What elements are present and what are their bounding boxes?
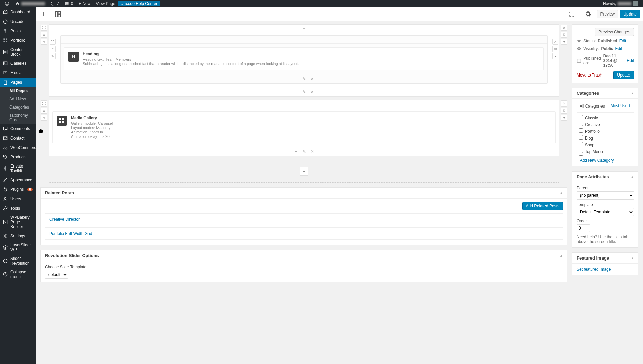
sidebar-item-portfolio[interactable]: Portfolio <box>0 36 36 45</box>
toggle-icon[interactable]: ▲ <box>560 254 563 257</box>
sidebar-item-products[interactable]: Products <box>0 152 36 162</box>
category-item[interactable]: Creative <box>579 121 632 128</box>
templates-button[interactable] <box>51 7 65 21</box>
add-element-button[interactable] <box>36 7 51 21</box>
close-icon[interactable]: ✕ <box>309 149 315 154</box>
edit-icon[interactable]: ✎ <box>301 76 307 81</box>
vc-row[interactable]: ⛶ ≡ ✎ ✕ ⧉ ▾ + ⛶ ≡ ✎ ✕ <box>49 24 559 97</box>
drag-icon[interactable]: ≡ <box>50 46 56 52</box>
settings-icon[interactable] <box>581 7 595 21</box>
sidebar-item-appearance[interactable]: Appearance <box>0 175 36 185</box>
toggle-icon[interactable]: ▲ <box>631 175 634 179</box>
add-category-link[interactable]: + Add New Category <box>577 158 614 163</box>
clone-icon[interactable]: ⧉ <box>561 32 567 38</box>
template-select[interactable]: Default Template <box>577 208 634 216</box>
category-item[interactable]: Classic <box>579 114 632 121</box>
toggle-icon[interactable]: ▲ <box>631 91 634 95</box>
help-center[interactable]: Uncode Help Center <box>118 1 160 6</box>
tab-most-used[interactable]: Most Used <box>608 102 633 110</box>
slide-template-select[interactable]: default <box>45 271 68 279</box>
edit-icon[interactable]: ✎ <box>50 53 56 59</box>
sidebar-item-plugins[interactable]: Plugins6 <box>0 185 36 194</box>
new-content[interactable]: +New <box>76 1 93 6</box>
sidebar-item-envato-toolkit[interactable]: Envato Toolkit <box>0 162 36 175</box>
close-icon[interactable]: ✕ <box>309 89 315 94</box>
revisions[interactable]: 7 <box>48 1 62 6</box>
clone-icon[interactable]: ⧉ <box>552 46 558 52</box>
category-item[interactable]: Overlay <box>579 155 632 156</box>
add-row-button[interactable]: + <box>300 167 308 176</box>
edit-icon[interactable]: ✎ <box>301 149 307 154</box>
tab-all-categories[interactable]: All Categories <box>577 102 608 110</box>
toggle-icon[interactable]: ▲ <box>560 191 563 195</box>
clone-icon[interactable]: ⧉ <box>561 108 567 114</box>
vc-row[interactable]: ⛶ ≡ ✎ ✕ ⧉ ▾ + Media Gallery Gallery modu… <box>49 100 559 156</box>
close-icon[interactable]: ✕ <box>309 76 315 81</box>
site-home[interactable] <box>12 1 48 6</box>
edit-visibility-link[interactable]: Edit <box>615 46 622 51</box>
vc-add-row[interactable]: + <box>49 160 559 183</box>
expand-icon[interactable]: ⛶ <box>41 100 47 107</box>
expand-icon[interactable]: ⛶ <box>50 39 56 45</box>
edit-date-link[interactable]: Edit <box>627 58 634 63</box>
category-item[interactable]: Blog <box>579 134 632 141</box>
edit-icon[interactable]: ✎ <box>41 39 47 45</box>
add-icon[interactable]: + <box>303 26 305 31</box>
chevron-down-icon[interactable]: ▾ <box>561 39 567 45</box>
order-input[interactable] <box>577 224 590 232</box>
add-icon[interactable]: + <box>303 101 305 107</box>
sidebar-item-pages[interactable]: Pages <box>0 78 36 87</box>
chevron-down-icon[interactable]: ▾ <box>561 115 567 121</box>
move-to-trash-link[interactable]: Move to Trash <box>577 73 602 78</box>
category-item[interactable]: Portfolio <box>579 128 632 134</box>
add-icon[interactable]: + <box>303 37 305 42</box>
sidebar-item-layerslider-wp[interactable]: LayerSlider WP <box>0 241 36 254</box>
add-icon[interactable]: + <box>293 149 299 154</box>
category-item[interactable]: Shop <box>579 141 632 148</box>
vc-element-heading[interactable]: H Heading Heading text: Team Members Sub… <box>64 47 544 70</box>
edit-icon[interactable]: ✎ <box>301 89 307 94</box>
sidebar-item-settings[interactable]: Settings <box>0 231 36 241</box>
parent-select[interactable]: (no parent) <box>577 191 634 200</box>
edit-icon[interactable]: ✎ <box>41 115 47 121</box>
preview-button[interactable]: Preview <box>597 10 619 18</box>
preview-changes-button[interactable]: Preview Changes <box>595 28 634 36</box>
add-related-button[interactable]: Add Related Posts <box>522 202 563 210</box>
fullscreen-button[interactable] <box>564 7 579 21</box>
add-icon[interactable]: + <box>293 76 299 81</box>
category-item[interactable]: Top Menu <box>579 148 632 155</box>
submenu-item[interactable]: Add New <box>0 95 36 103</box>
sidebar-item-collapse-menu[interactable]: Collapse menu <box>0 268 36 281</box>
sidebar-item-woocommerce[interactable]: WooCommerce <box>0 143 36 152</box>
sidebar-item-media[interactable]: Media <box>0 68 36 78</box>
related-post-item[interactable]: Creative Director <box>45 213 563 225</box>
edit-status-link[interactable]: Edit <box>619 39 626 43</box>
submenu-item[interactable]: Taxonomy Order <box>0 111 36 124</box>
sidebar-item-content-block[interactable]: Content Block <box>0 45 36 59</box>
toggle-icon[interactable]: ▲ <box>631 256 634 260</box>
close-icon[interactable]: ✕ <box>561 100 567 107</box>
sidebar-item-users[interactable]: Users <box>0 194 36 204</box>
sidebar-item-slider-revolution[interactable]: Slider Revolution <box>0 254 36 268</box>
comments-count[interactable]: 0 <box>62 1 76 6</box>
set-featured-link[interactable]: Set featured image <box>577 267 611 272</box>
related-post-item[interactable]: Portfolio Full-Width Grid <box>45 228 563 240</box>
sidebar-item-posts[interactable]: Posts <box>0 26 36 36</box>
view-page[interactable]: View Page <box>93 1 118 6</box>
sidebar-item-wpbakery-page-builder[interactable]: WPBakery Page Builder <box>0 213 36 231</box>
update-button[interactable]: Update <box>620 10 640 18</box>
update-publish-button[interactable]: Update <box>613 71 634 79</box>
submenu-item[interactable]: Categories <box>0 103 36 111</box>
sidebar-item-uncode[interactable]: Uncode <box>0 17 36 26</box>
sidebar-item-contact[interactable]: Contact <box>0 133 36 143</box>
sidebar-item-comments[interactable]: Comments <box>0 124 36 133</box>
submenu-item[interactable]: All Pages <box>0 87 36 95</box>
sidebar-item-dashboard[interactable]: Dashboard <box>0 7 36 17</box>
sidebar-item-galleries[interactable]: Galleries <box>0 59 36 68</box>
category-list[interactable]: ClassicCreativePortfolioBlogShopTop Menu… <box>577 112 634 156</box>
expand-icon[interactable]: ⛶ <box>41 25 47 31</box>
user-menu[interactable]: Howdy, <box>600 1 641 6</box>
vc-element-gallery[interactable]: Media Gallery Gallery module: Carousel L… <box>52 111 556 143</box>
close-icon[interactable]: ✕ <box>552 39 558 45</box>
chevron-down-icon[interactable]: ▾ <box>552 53 558 59</box>
